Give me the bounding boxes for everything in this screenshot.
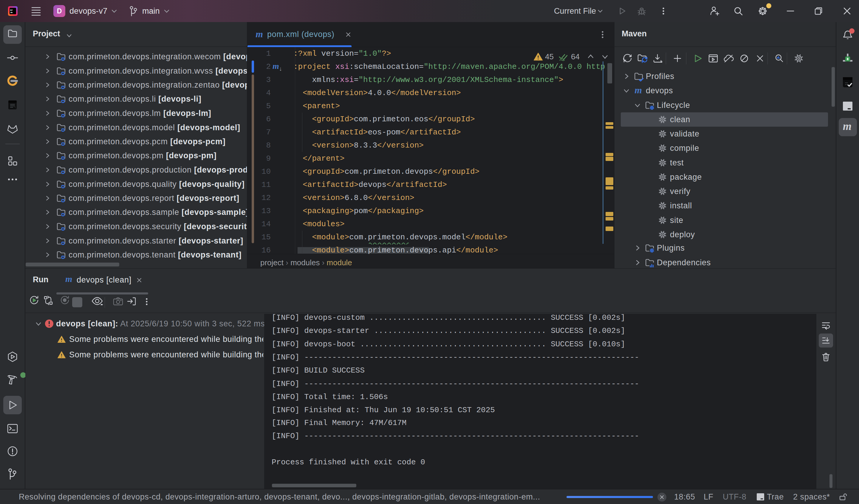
svg-text:m: m <box>843 121 852 132</box>
svg-text:IJ: IJ <box>10 9 13 12</box>
